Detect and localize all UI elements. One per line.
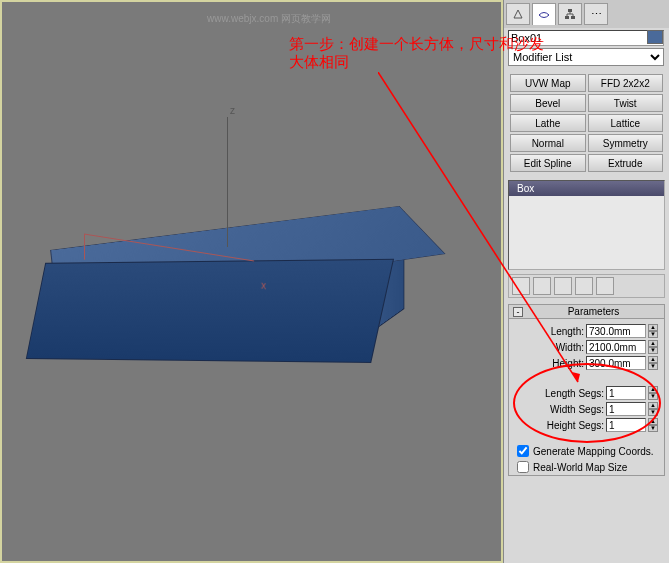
rollout-header[interactable]: - Parameters: [509, 305, 664, 319]
bevel-button[interactable]: Bevel: [510, 94, 586, 112]
height-label: Height:: [552, 358, 584, 369]
svg-rect-3: [565, 16, 569, 19]
parameters-rollout: - Parameters Length: ▲▼ Width: ▲▼ Height…: [508, 304, 665, 476]
axis-z-gizmo: [227, 117, 228, 247]
pin-stack-icon[interactable]: [512, 277, 530, 295]
length-spinner[interactable]: ▲▼: [648, 324, 658, 338]
length-label: Length:: [551, 326, 584, 337]
lsegs-spinner[interactable]: ▲▼: [648, 386, 658, 400]
object-color-swatch[interactable]: [647, 30, 663, 44]
wsegs-label: Width Segs:: [550, 404, 604, 415]
hierarchy-tab-icon[interactable]: [558, 3, 582, 25]
watermark-text: www.webjx.com 网页教学网: [207, 12, 331, 26]
modifier-stack[interactable]: Box: [508, 180, 665, 270]
panel-tabs: ⋯: [504, 0, 669, 28]
svg-rect-2: [568, 9, 572, 12]
twist-button[interactable]: Twist: [588, 94, 664, 112]
height-input[interactable]: [586, 356, 646, 370]
wsegs-input[interactable]: [606, 402, 646, 416]
hsegs-spinner[interactable]: ▲▼: [648, 418, 658, 432]
hsegs-label: Height Segs:: [547, 420, 604, 431]
configure-sets-icon[interactable]: [596, 277, 614, 295]
remove-modifier-icon[interactable]: [575, 277, 593, 295]
wsegs-spinner[interactable]: ▲▼: [648, 402, 658, 416]
stack-toolbar: [508, 274, 665, 298]
length-input[interactable]: [586, 324, 646, 338]
rollout-title: Parameters: [527, 306, 660, 317]
misc-tab-icon[interactable]: ⋯: [584, 3, 608, 25]
stack-item-box[interactable]: Box: [509, 181, 664, 196]
lsegs-label: Length Segs:: [545, 388, 604, 399]
modify-tab-icon[interactable]: [532, 3, 556, 25]
viewport-3d[interactable]: www.webjx.com 网页教学网: [0, 0, 503, 563]
realworld-checkbox[interactable]: [517, 461, 529, 473]
modifier-buttons-grid: UVW Map FFD 2x2x2 Bevel Twist Lathe Latt…: [504, 68, 669, 176]
svg-rect-4: [571, 16, 575, 19]
symmetry-button[interactable]: Symmetry: [588, 134, 664, 152]
create-tab-icon[interactable]: [506, 3, 530, 25]
realworld-label: Real-World Map Size: [533, 462, 627, 473]
ffd-button[interactable]: FFD 2x2x2: [588, 74, 664, 92]
gen-mapping-checkbox[interactable]: [517, 445, 529, 457]
uvwmap-button[interactable]: UVW Map: [510, 74, 586, 92]
extrude-button[interactable]: Extrude: [588, 154, 664, 172]
lathe-button[interactable]: Lathe: [510, 114, 586, 132]
command-panel: ⋯ Modifier List UVW Map FFD 2x2x2 Bevel …: [503, 0, 669, 563]
gen-mapping-label: Generate Mapping Coords.: [533, 446, 654, 457]
tutorial-annotation: 第一步：创建一个长方体，尺寸和沙发 大体相同: [289, 35, 544, 71]
editspline-button[interactable]: Edit Spline: [510, 154, 586, 172]
width-input[interactable]: [586, 340, 646, 354]
height-spinner[interactable]: ▲▼: [648, 356, 658, 370]
lattice-button[interactable]: Lattice: [588, 114, 664, 132]
normal-button[interactable]: Normal: [510, 134, 586, 152]
collapse-icon[interactable]: -: [513, 307, 523, 317]
width-label: Width:: [556, 342, 584, 353]
lsegs-input[interactable]: [606, 386, 646, 400]
show-result-icon[interactable]: [533, 277, 551, 295]
width-spinner[interactable]: ▲▼: [648, 340, 658, 354]
make-unique-icon[interactable]: [554, 277, 572, 295]
hsegs-input[interactable]: [606, 418, 646, 432]
